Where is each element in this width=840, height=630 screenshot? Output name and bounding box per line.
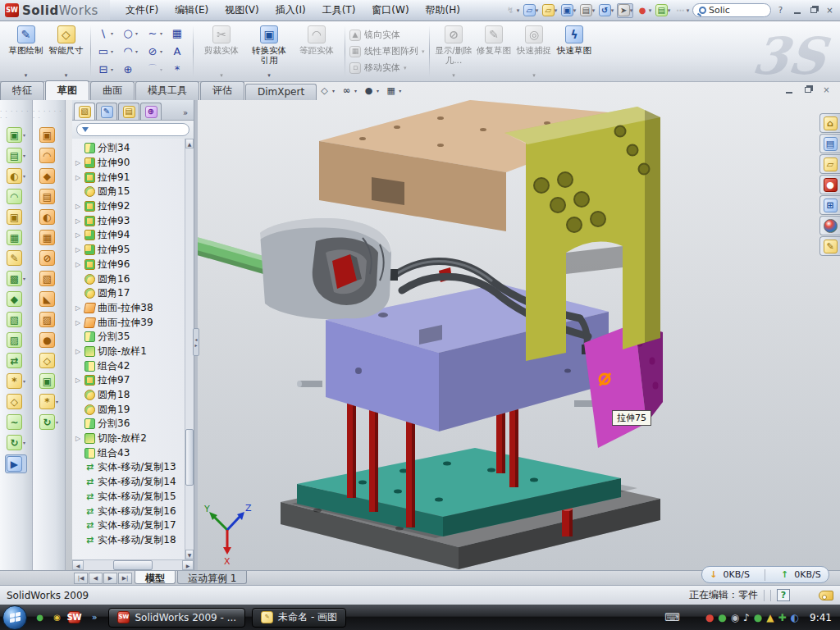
command-tab[interactable]: 曲面 bbox=[90, 81, 135, 100]
ribbon-button[interactable]: ▣ 转换实体引用 ▾ bbox=[245, 23, 293, 80]
tree-item[interactable]: ▷ ⇄ 实体-移动/复制14 bbox=[75, 475, 184, 490]
scroll-left-icon[interactable]: ◀ bbox=[72, 560, 84, 570]
scroll-up-icon[interactable]: ▲ bbox=[185, 139, 194, 148]
toolbar-button[interactable]: ⊘▾ bbox=[39, 249, 59, 267]
panel-tab[interactable]: ▤ bbox=[118, 103, 139, 120]
menu-item[interactable]: 插入(I) bbox=[268, 1, 313, 20]
taskbar-window-button[interactable]: SW SolidWorks 2009 - ... bbox=[108, 608, 245, 628]
document-tab[interactable]: 运动算例 1 bbox=[177, 571, 247, 584]
panel-tabs-overflow[interactable]: » bbox=[179, 108, 192, 120]
tree-item[interactable]: ▷ 分割36 bbox=[75, 417, 184, 431]
tree-item[interactable]: ▷ 分割35 bbox=[75, 330, 184, 345]
toolbar-button[interactable]: ◐▾ bbox=[39, 208, 59, 226]
expand-arrow-icon[interactable]: ▷ bbox=[75, 246, 82, 253]
toolbar-button[interactable]: ✎▾ bbox=[6, 249, 26, 267]
expand-arrow-icon[interactable]: ▷ bbox=[75, 203, 82, 210]
graphics-viewport[interactable]: Y Z X 拉伸75 bbox=[198, 100, 840, 570]
toolbar-button[interactable]: ▨▾ bbox=[6, 331, 26, 349]
tree-item[interactable]: ▷ 拉伸95 bbox=[75, 243, 184, 258]
sketch-tool-button[interactable]: *▾ bbox=[167, 61, 191, 79]
tab-nav-button[interactable]: ▶ bbox=[103, 573, 117, 584]
panel-tab[interactable]: ✎ bbox=[96, 103, 117, 120]
tree-item[interactable]: ▷ 拉伸91 bbox=[75, 170, 184, 185]
shield-tray-icon[interactable]: ● bbox=[718, 613, 726, 623]
command-tab[interactable]: 评估 bbox=[200, 81, 244, 100]
tab-nav-button[interactable]: ▶| bbox=[118, 573, 132, 584]
toolbar-button[interactable]: ◆▾ bbox=[39, 167, 59, 185]
quick-launch-overflow[interactable]: » bbox=[92, 613, 97, 622]
tree-item[interactable]: ▷ ⇄ 实体-移动/复制13 bbox=[75, 460, 184, 475]
toolbar-button[interactable]: ↺▾ bbox=[598, 3, 614, 18]
expand-arrow-icon[interactable]: ▷ bbox=[75, 174, 82, 181]
toolbar-button[interactable]: ▧▾ bbox=[39, 270, 59, 287]
toolbar-button[interactable]: ▤▾ bbox=[39, 188, 59, 205]
tree-item[interactable]: ▷ ⇄ 实体-移动/复制16 bbox=[75, 504, 184, 518]
splitter-handle[interactable]: ◂▸ bbox=[193, 328, 199, 356]
toolbar-button[interactable]: *▾ bbox=[39, 393, 59, 410]
heads-up-button[interactable]: ▦▾ bbox=[382, 83, 403, 98]
scroll-down-icon[interactable]: ▼ bbox=[185, 550, 194, 559]
ribbon-stack-button[interactable]: ▲ 镜向实体 ▾ bbox=[347, 28, 427, 42]
sketch-tool-button[interactable]: ◠▾ bbox=[117, 43, 142, 61]
sketch-tool-button[interactable]: ▦▾ bbox=[167, 25, 191, 43]
antivirus-tray-icon[interactable]: ● bbox=[705, 613, 714, 623]
toolbar-button[interactable]: ◆▾ bbox=[6, 290, 26, 308]
ribbon-button[interactable]: ✎ 修复草图 ▾ bbox=[474, 23, 514, 80]
heads-up-button[interactable]: ◇▾ bbox=[316, 83, 336, 98]
tree-filter-input[interactable] bbox=[76, 123, 189, 136]
minimize-button[interactable] bbox=[790, 4, 804, 16]
tree-item[interactable]: ▷ ⇄ 实体-移动/复制17 bbox=[75, 518, 184, 533]
messenger-tray-icon[interactable]: ◐ bbox=[791, 613, 799, 623]
sketch-tool-button[interactable]: ⊘▾ bbox=[142, 43, 167, 61]
toolbar-button[interactable]: ▤▾ bbox=[655, 3, 671, 18]
doc-restore-button[interactable] bbox=[801, 84, 815, 96]
command-tab[interactable]: DimXpert bbox=[245, 84, 317, 100]
toolbar-button[interactable]: ↻▾ bbox=[39, 413, 59, 431]
task-pane-tab[interactable]: ⊞ bbox=[819, 195, 840, 215]
taskbar-clock[interactable]: 9:41 bbox=[810, 612, 832, 623]
taskbar-window-button[interactable]: ✎ 未命名 - 画图 bbox=[252, 608, 346, 628]
tree-item[interactable]: ▷ 组合42 bbox=[75, 358, 184, 373]
messenger-icon[interactable]: ● bbox=[34, 611, 46, 623]
tree-item[interactable]: ▷ 切除-放样1 bbox=[75, 345, 184, 359]
toolbar-button[interactable]: ▶▾ bbox=[5, 454, 27, 473]
sync-tray-icon[interactable]: ● bbox=[754, 613, 762, 623]
network-monitor-widget[interactable]: ↓ 0KB/S ↑ 0KB/S bbox=[701, 566, 829, 583]
toolbar-button[interactable]: ▱▾ bbox=[523, 3, 539, 18]
toolbar-button[interactable]: *▾ bbox=[6, 372, 26, 390]
tree-item[interactable]: ▷ 圆角15 bbox=[75, 185, 184, 199]
red-cylinder-part[interactable] bbox=[562, 506, 573, 536]
clamp-block-part[interactable] bbox=[260, 218, 391, 319]
command-tab[interactable]: 模具工具 bbox=[135, 81, 199, 100]
toolbar-button[interactable]: ▣▾ bbox=[6, 208, 26, 226]
task-pane-tab[interactable]: ▤ bbox=[819, 134, 840, 153]
sketch-tool-button[interactable]: ▭▾ bbox=[93, 43, 117, 61]
heads-up-button[interactable]: ●▾ bbox=[360, 83, 381, 98]
tree-item[interactable]: ▷ 拉伸93 bbox=[75, 213, 184, 228]
sketch-tool-button[interactable]: ⊕▾ bbox=[117, 61, 142, 79]
tree-item[interactable]: ▷ 拉伸97 bbox=[75, 373, 184, 388]
expand-arrow-icon[interactable]: ▷ bbox=[75, 435, 82, 442]
tree-item[interactable]: ▷ ⇄ 实体-移动/复制15 bbox=[75, 490, 184, 504]
toolbar-button[interactable]: ▣▾ bbox=[39, 126, 59, 144]
keyboard-tray-icon[interactable]: ⌨ bbox=[664, 611, 680, 623]
toolbar-button[interactable]: ↻▾ bbox=[6, 434, 26, 451]
tree-item[interactable]: ▷ 拉伸92 bbox=[75, 199, 184, 214]
toolbar-button[interactable]: ●▾ bbox=[39, 331, 59, 349]
toolbar-button[interactable]: ⋯▾ bbox=[673, 3, 690, 18]
tree-horizontal-scrollbar[interactable]: ◀ ▶ bbox=[72, 559, 194, 570]
toolbar-button[interactable]: ➤▾ bbox=[617, 3, 633, 18]
toolbar-button[interactable]: ●▾ bbox=[636, 3, 652, 18]
expand-arrow-icon[interactable]: ▷ bbox=[75, 231, 82, 239]
panel-tab[interactable]: ⊕ bbox=[140, 103, 162, 120]
expand-arrow-icon[interactable]: ▷ bbox=[75, 261, 82, 268]
sketch-tool-button[interactable]: ⌒▾ bbox=[142, 61, 167, 79]
start-button[interactable] bbox=[2, 605, 27, 630]
tree-item[interactable]: ▷ 圆角18 bbox=[75, 388, 184, 403]
toolbar-button[interactable]: ↯▾ bbox=[504, 3, 520, 18]
quick-tips-icon[interactable]: ? bbox=[777, 589, 790, 601]
heads-up-button[interactable]: ∞▾ bbox=[338, 83, 358, 98]
tree-item[interactable]: ▷ 拉伸94 bbox=[75, 228, 184, 243]
scrollbar-thumb[interactable] bbox=[185, 429, 194, 485]
task-pane-tab[interactable]: ⌂ bbox=[819, 113, 840, 133]
